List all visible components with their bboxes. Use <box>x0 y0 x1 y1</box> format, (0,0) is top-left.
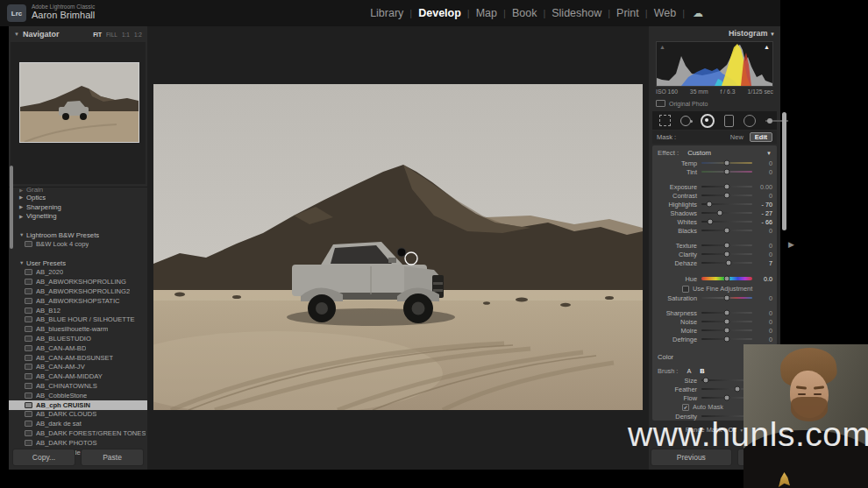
chevron-right-icon[interactable]: ▶ <box>19 214 26 219</box>
preset-item[interactable]: AB_B12 <box>9 306 147 315</box>
zoom-level-1-2[interactable]: 1:2 <box>134 32 142 38</box>
zoom-level-fit[interactable]: FIT <box>93 32 102 38</box>
slider-track[interactable] <box>701 329 752 332</box>
slider-knob[interactable] <box>724 395 730 401</box>
slider-knob[interactable] <box>734 386 740 393</box>
preset-item[interactable]: AB_BLUESTUDIO <box>9 334 147 343</box>
preset-item[interactable]: AB_cph CRUISIN <box>9 400 147 410</box>
preset-item[interactable]: AB_CHINATOWNLS <box>9 381 147 391</box>
module-web[interactable]: Web <box>654 7 676 19</box>
slider-track[interactable] <box>701 262 752 265</box>
preset-item[interactable]: AB_CAN-AM-BD <box>9 343 147 353</box>
preset-group[interactable]: ▼User Presets <box>9 258 147 268</box>
slider-knob[interactable] <box>702 378 708 384</box>
slider-track[interactable] <box>701 338 752 341</box>
chevron-down-icon[interactable]: ▼ <box>766 151 772 156</box>
zoom-level-fill[interactable]: FILL <box>106 32 117 38</box>
graduated-filter-icon[interactable] <box>724 115 734 127</box>
preset-group[interactable]: ▼Lightroom B&W Presets <box>9 230 147 240</box>
preset-item[interactable]: AB_BLUE HOUR / SILHOUETTE <box>9 315 147 325</box>
masking-icon[interactable] <box>701 114 715 128</box>
paste-button[interactable]: Paste <box>81 449 144 466</box>
slider-knob[interactable] <box>724 276 730 282</box>
slider-knob[interactable] <box>724 243 730 249</box>
slider-knob[interactable] <box>725 260 731 266</box>
preset-item[interactable]: AB_DARK FOREST/GREEN TONES <box>9 428 147 438</box>
mask-edit-button[interactable]: Edit <box>750 132 772 142</box>
slider-knob[interactable] <box>724 228 730 234</box>
zoom-level-1-1[interactable]: 1:1 <box>122 32 130 38</box>
effect-checkbox-row[interactable]: Use Fine Adjustment <box>652 284 777 294</box>
slider-track[interactable] <box>701 221 752 223</box>
preset-group[interactable]: ▶Optics <box>9 193 147 202</box>
chevron-right-icon[interactable]: ▶ <box>19 187 26 193</box>
slider-track[interactable] <box>701 312 752 315</box>
slider-knob[interactable] <box>724 193 730 199</box>
mask-pin[interactable] <box>397 248 406 257</box>
slider-track[interactable] <box>701 194 752 197</box>
preset-item[interactable]: AB_ABWORKSHOPROLLING <box>9 277 147 286</box>
slider-knob[interactable] <box>724 310 730 316</box>
photo-canvas[interactable] <box>153 84 643 410</box>
slider-knob[interactable] <box>717 210 723 216</box>
slider-track[interactable] <box>701 297 752 300</box>
checkbox-icon[interactable] <box>682 286 689 293</box>
preset-item[interactable]: AB_CobbleStone <box>9 391 147 400</box>
slider-knob[interactable] <box>724 336 730 343</box>
preset-item[interactable]: AB_CAN-AM-BDSUNSET <box>9 353 147 363</box>
preset-item[interactable]: AB_ABWORKSHOPROLLING2 <box>9 286 147 296</box>
preset-item[interactable]: AB_ABWORKSHOPSTATIC <box>9 296 147 306</box>
module-map[interactable]: Map <box>476 7 497 19</box>
slider-track[interactable] <box>701 244 752 247</box>
chevron-right-icon[interactable]: ▶ <box>19 204 26 209</box>
highlight-clipping-icon[interactable]: ▲ <box>764 44 770 50</box>
radial-filter-icon[interactable] <box>743 115 756 127</box>
preset-item[interactable]: AB_dark de sat <box>9 419 147 428</box>
slider-track[interactable] <box>701 253 752 256</box>
histogram-header[interactable]: Histogram ▼ <box>729 29 775 38</box>
copy-button[interactable]: Copy... <box>12 449 75 466</box>
heal-icon[interactable] <box>680 116 691 126</box>
module-book[interactable]: Book <box>512 7 537 19</box>
preset-item[interactable]: AB_2020 <box>9 268 147 278</box>
navigator-thumbnail[interactable] <box>19 62 139 143</box>
slider-track[interactable] <box>701 212 752 215</box>
preset-group[interactable]: ▶Sharpening <box>9 202 147 212</box>
preset-item[interactable]: AB_bluesilhouette-warm <box>9 324 147 334</box>
right-panel-scrollbar[interactable] <box>782 112 786 230</box>
slider-knob[interactable] <box>707 202 713 208</box>
slider-knob[interactable] <box>724 328 730 334</box>
module-print[interactable]: Print <box>616 7 639 19</box>
shadow-clipping-icon[interactable]: ▲ <box>659 44 665 50</box>
module-develop[interactable]: Develop <box>418 7 461 19</box>
brush-a-button[interactable]: A <box>687 367 691 375</box>
module-slideshow[interactable]: Slideshow <box>551 7 601 19</box>
slider-knob[interactable] <box>724 251 730 258</box>
chevron-down-icon[interactable]: ▼ <box>19 232 26 237</box>
show-panel-arrow-icon[interactable]: ▶ <box>788 240 794 249</box>
slider-track[interactable] <box>701 277 752 281</box>
left-panel-scrollbar[interactable] <box>10 166 13 249</box>
preset-item[interactable]: AB_CAN-AM-MIDDAY <box>9 371 147 381</box>
brush-b-button[interactable]: B <box>700 367 704 375</box>
slider-knob[interactable] <box>724 295 730 301</box>
checkbox-icon[interactable]: ✓ <box>682 404 689 411</box>
preset-group[interactable]: ▶Grain <box>9 187 147 193</box>
histogram-plot[interactable]: ▲ ▲ <box>656 41 773 87</box>
slider-track[interactable] <box>701 203 752 206</box>
crop-icon[interactable] <box>659 115 671 126</box>
preset-item[interactable]: AB_DARK CLOUDS <box>9 410 147 420</box>
slider-track[interactable] <box>701 186 752 188</box>
preset-group[interactable]: ▶Vignetting <box>9 212 147 222</box>
mask-new-button[interactable]: New <box>730 133 743 141</box>
slider-track[interactable] <box>701 171 752 173</box>
slider-knob[interactable] <box>724 319 730 325</box>
slider-track[interactable] <box>701 230 752 232</box>
slider-track[interactable] <box>701 321 752 323</box>
cloud-sync-icon[interactable]: ☁ <box>693 7 703 19</box>
slider-track[interactable] <box>701 162 752 165</box>
slider-knob[interactable] <box>724 169 730 175</box>
preset-item[interactable]: AB_CAN-AM-JV <box>9 363 147 372</box>
chevron-right-icon[interactable]: ▶ <box>19 194 26 200</box>
original-photo-row[interactable]: Original Photo <box>656 100 708 107</box>
